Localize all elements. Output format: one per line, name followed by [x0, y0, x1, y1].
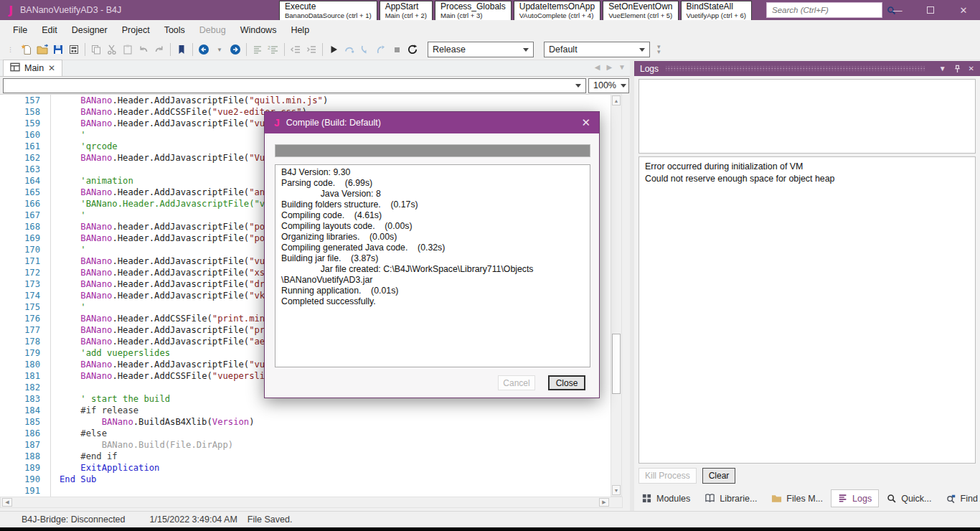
line-number[interactable]: 165	[0, 187, 50, 198]
quick-button-updateitemsonapp[interactable]: UpdateItemsOnAppVAutoComplete (ctrl + 4)	[514, 1, 600, 22]
bottom-tab-modules[interactable]: Modules	[636, 491, 697, 507]
step-into-icon[interactable]	[357, 42, 373, 57]
kill-process-button[interactable]: Kill Process	[639, 468, 697, 484]
open-icon[interactable]	[34, 42, 50, 57]
logs-output[interactable]: Error occurred during initialization of …	[639, 156, 976, 464]
bottom-tab-findall[interactable]: Find All...	[940, 491, 980, 507]
line-number[interactable]: 172	[0, 267, 50, 278]
line-number[interactable]: 164	[0, 175, 50, 187]
nav-back-icon[interactable]	[196, 42, 212, 57]
step-out-icon[interactable]	[373, 42, 389, 57]
comment-icon[interactable]	[250, 42, 265, 57]
line-number[interactable]: 181	[0, 370, 50, 382]
logs-filter-box[interactable]	[639, 79, 976, 154]
menu-debug[interactable]: Debug	[192, 22, 233, 39]
menu-help[interactable]: Help	[283, 22, 316, 39]
build-configuration-select[interactable]: Release	[428, 42, 534, 57]
tab-close-icon[interactable]: ✕	[48, 63, 55, 73]
line-number[interactable]: 175	[0, 301, 50, 313]
run-icon[interactable]	[326, 42, 341, 57]
outdent-icon[interactable]	[288, 42, 303, 57]
dialog-close-icon[interactable]: ✕	[581, 116, 590, 129]
line-number[interactable]: 179	[0, 347, 50, 359]
maximize-button[interactable]	[914, 0, 947, 20]
line-number[interactable]: 173	[0, 278, 50, 290]
quick-button-process_globals[interactable]: Process_GlobalsMain (ctrl + 3)	[435, 1, 512, 22]
close-button[interactable]: ✕	[947, 0, 980, 20]
menu-file[interactable]: File	[6, 22, 34, 39]
step-over-icon[interactable]	[341, 42, 357, 57]
bottom-tab-logs[interactable]: Logs	[831, 489, 879, 507]
code-line[interactable]: 188 #end if	[0, 451, 611, 462]
line-number[interactable]: 189	[0, 462, 50, 474]
compile-log-output[interactable]: B4J Version: 9.30 Parsing code. (6.99s) …	[275, 164, 590, 367]
code-line[interactable]: 189 ExitApplication	[0, 462, 611, 474]
line-number[interactable]: 184	[0, 405, 50, 416]
cut-icon[interactable]	[104, 42, 120, 57]
editor-horizontal-scrollbar[interactable]: ◀ ▶	[0, 497, 623, 508]
line-number[interactable]: 171	[0, 255, 50, 267]
rebuild-icon[interactable]	[405, 42, 420, 57]
build-profile-select[interactable]: Default	[544, 42, 650, 57]
paste-icon[interactable]	[120, 42, 136, 57]
editor-vertical-scrollbar[interactable]: ▲ ▼	[611, 94, 622, 497]
quick-button-bindstateall[interactable]: BindStateAllVuetifyApp (ctrl + 6)	[681, 1, 752, 22]
bottom-tab-librarie[interactable]: Librarie...	[698, 490, 763, 507]
code-line[interactable]: 187 BANano.Build(File.DirApp)	[0, 439, 611, 451]
minimize-button[interactable]: —	[881, 0, 914, 20]
nav-back-dropdown-icon[interactable]: ▼	[212, 42, 227, 57]
scroll-right-icon[interactable]: ▶	[599, 498, 609, 507]
scrollbar-thumb[interactable]	[612, 334, 621, 394]
line-number[interactable]: 160	[0, 129, 50, 141]
line-number[interactable]: 168	[0, 221, 50, 232]
line-number[interactable]: 161	[0, 141, 50, 152]
panel-menu-dropdown-icon[interactable]: ▼	[939, 65, 946, 72]
clear-logs-button[interactable]: Clear	[702, 468, 736, 484]
toolbar-overflow-icon[interactable]: ▾▾	[657, 44, 661, 55]
undo-icon[interactable]	[136, 42, 151, 57]
quick-button-execute[interactable]: ExecuteBananoDataSource (ctrl + 1)	[279, 1, 377, 22]
quick-button-setoneventown[interactable]: SetOnEventOwnVueElement (ctrl + 5)	[603, 1, 678, 22]
copy-icon[interactable]	[88, 42, 104, 57]
toolbar-grip[interactable]: ⋮	[7, 46, 14, 53]
stop-icon[interactable]	[389, 42, 405, 57]
line-number[interactable]: 176	[0, 313, 50, 324]
code-line[interactable]: 190End Sub	[0, 474, 611, 485]
menu-tools[interactable]: Tools	[157, 22, 192, 39]
bookmark-icon[interactable]	[174, 42, 189, 57]
compile-dialog-titlebar[interactable]: J Compile (Build: Default) ✕	[265, 112, 599, 133]
menu-windows[interactable]: Windows	[233, 22, 284, 39]
uncomment-icon[interactable]: 2	[265, 42, 281, 57]
line-number[interactable]: 157	[0, 95, 50, 106]
code-line[interactable]: 157 BANano.Header.AddJavascriptFile("qui…	[0, 95, 611, 106]
line-number[interactable]: 159	[0, 118, 50, 129]
line-number[interactable]: 158	[0, 106, 50, 118]
code-line[interactable]: 185 BANano.BuildAsB4Xlib(Version)	[0, 416, 611, 428]
bottom-tab-filesm[interactable]: Files M...	[765, 490, 829, 507]
nav-forward-icon[interactable]	[227, 42, 243, 57]
line-number[interactable]: 174	[0, 290, 50, 301]
code-line[interactable]: 184 #if release	[0, 405, 611, 416]
quick-button-appstart[interactable]: AppStartMain (ctrl + 2)	[380, 1, 433, 22]
indent-icon[interactable]	[303, 42, 319, 57]
line-number[interactable]: 170	[0, 244, 50, 255]
line-number[interactable]: 186	[0, 428, 50, 439]
panel-pin-icon[interactable]	[953, 65, 961, 73]
code-line[interactable]: 191	[0, 485, 611, 497]
module-method-select[interactable]	[3, 78, 586, 93]
tab-scroll-left-icon[interactable]: ◀	[595, 63, 600, 71]
line-number[interactable]: 188	[0, 451, 50, 462]
line-number[interactable]: 162	[0, 152, 50, 164]
panel-close-icon[interactable]: ✕	[969, 65, 974, 72]
redo-icon[interactable]	[151, 42, 167, 57]
code-line[interactable]: 186 #else	[0, 428, 611, 439]
line-number[interactable]: 167	[0, 210, 50, 221]
line-number[interactable]: 180	[0, 359, 50, 370]
scroll-down-icon[interactable]: ▼	[612, 485, 621, 495]
close-dialog-button[interactable]: Close	[548, 375, 585, 390]
bottom-tab-quick[interactable]: Quick...	[880, 491, 938, 507]
new-file-icon[interactable]	[19, 42, 34, 57]
line-number[interactable]: 178	[0, 336, 50, 347]
menu-project[interactable]: Project	[115, 22, 157, 39]
modules-manager-icon[interactable]	[66, 42, 82, 57]
